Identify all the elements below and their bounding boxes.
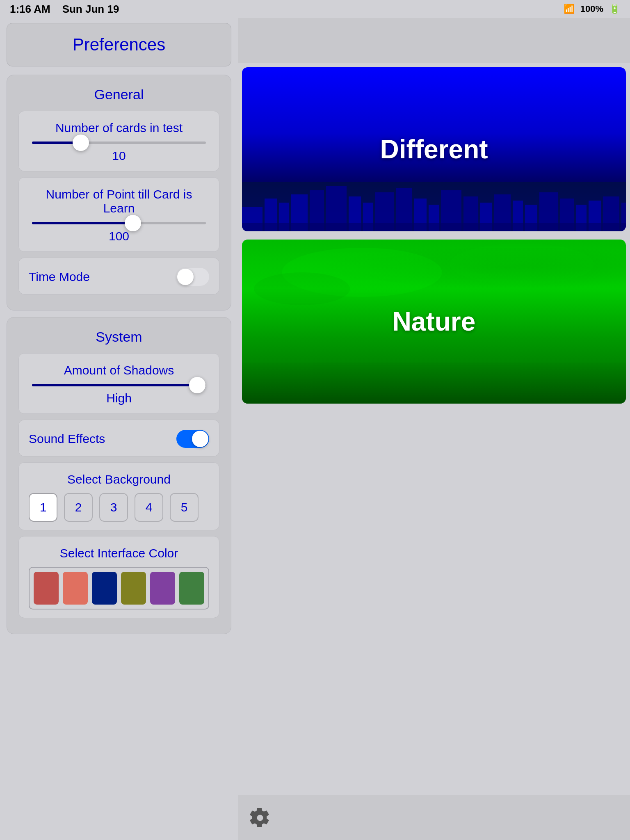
gear-icon — [249, 807, 271, 829]
system-section-title: System — [18, 329, 219, 345]
sound-effects-toggle[interactable] — [176, 430, 209, 448]
color-swatch-2[interactable] — [63, 572, 88, 605]
color-swatch-3[interactable] — [92, 572, 117, 605]
amount-shadows-slider[interactable] — [29, 384, 209, 386]
bg-btn-2[interactable]: 2 — [64, 493, 93, 522]
points-to-learn-label: Number of Point till Card is Learn — [29, 187, 209, 215]
points-to-learn-value: 100 — [29, 229, 209, 243]
points-to-learn-track — [32, 222, 206, 224]
sound-effects-card: Sound Effects — [18, 420, 219, 457]
card-nature[interactable]: Nature — [242, 240, 626, 404]
time-mode-toggle[interactable] — [176, 268, 209, 286]
right-panel: Different Nature — [238, 18, 630, 840]
points-to-learn-card: Number of Point till Card is Learn 100 — [18, 177, 219, 252]
card-nature-bg: Nature — [242, 240, 626, 404]
cards-in-test-value: 10 — [29, 149, 209, 163]
amount-shadows-fill — [32, 384, 197, 386]
battery-label: 100% — [580, 4, 603, 14]
general-section: General Number of cards in test 10 Numbe… — [7, 75, 231, 310]
color-swatch-4[interactable] — [121, 572, 146, 605]
battery-icon: 🔋 — [609, 4, 620, 14]
sound-effects-label: Sound Effects — [29, 432, 105, 446]
settings-scroll[interactable]: General Number of cards in test 10 Numbe… — [0, 71, 238, 840]
bg-btn-5[interactable]: 5 — [170, 493, 199, 522]
status-right: 📶 100% 🔋 — [564, 4, 620, 14]
card-different-label: Different — [380, 134, 488, 164]
general-section-title: General — [18, 87, 219, 103]
card-nature-label: Nature — [393, 306, 476, 337]
select-background-card: Select Background 1 2 3 4 5 — [18, 462, 219, 530]
points-to-learn-slider[interactable] — [29, 222, 209, 224]
select-color-label: Select Interface Color — [29, 546, 209, 560]
color-swatch-row — [29, 567, 209, 609]
bg-btn-1[interactable]: 1 — [29, 493, 57, 522]
preferences-header: Preferences — [7, 23, 231, 66]
time-mode-card: Time Mode — [18, 258, 219, 294]
cards-in-test-card: Number of cards in test 10 — [18, 111, 219, 171]
points-to-learn-thumb[interactable] — [125, 215, 141, 231]
points-to-learn-fill — [32, 222, 133, 224]
wifi-icon: 📶 — [564, 4, 575, 14]
amount-shadows-card: Amount of Shadows High — [18, 353, 219, 414]
sound-effects-toggle-thumb — [192, 431, 208, 447]
select-color-card: Select Interface Color — [18, 536, 219, 618]
svg-rect-25 — [242, 223, 626, 231]
right-cards: Different Nature — [238, 63, 630, 431]
gear-button[interactable] — [248, 806, 272, 830]
svg-point-28 — [254, 272, 350, 305]
cards-in-test-track — [32, 142, 206, 144]
card-different[interactable]: Different — [242, 67, 626, 231]
time-mode-row: Time Mode — [29, 268, 209, 286]
color-swatch-5[interactable] — [150, 572, 175, 605]
right-top-bar — [238, 18, 630, 63]
preferences-title: Preferences — [18, 35, 219, 55]
card-different-bg: Different — [242, 67, 626, 231]
svg-rect-29 — [242, 363, 626, 404]
status-bar: 1:16 AM Sun Jun 19 📶 100% 🔋 — [0, 0, 630, 18]
right-spacer — [238, 431, 630, 795]
color-swatch-6[interactable] — [179, 572, 204, 605]
system-section: System Amount of Shadows High So — [7, 317, 231, 634]
right-bottom-bar — [238, 795, 630, 840]
background-number-row: 1 2 3 4 5 — [29, 493, 209, 522]
status-time: 1:16 AM Sun Jun 19 — [10, 3, 119, 16]
cards-in-test-thumb[interactable] — [73, 135, 89, 151]
cards-in-test-label: Number of cards in test — [29, 121, 209, 135]
city-silhouette-icon — [242, 182, 626, 231]
amount-shadows-label: Amount of Shadows — [29, 363, 209, 377]
amount-shadows-thumb[interactable] — [189, 377, 205, 393]
time-mode-label: Time Mode — [29, 270, 90, 284]
bg-btn-4[interactable]: 4 — [135, 493, 163, 522]
left-panel: Preferences General Number of cards in t… — [0, 18, 238, 840]
bg-btn-3[interactable]: 3 — [99, 493, 128, 522]
main-layout: Preferences General Number of cards in t… — [0, 18, 630, 840]
color-swatch-1[interactable] — [34, 572, 59, 605]
select-background-label: Select Background — [29, 472, 209, 486]
amount-shadows-track — [32, 384, 206, 386]
time-mode-toggle-thumb — [177, 269, 194, 285]
amount-shadows-value: High — [29, 391, 209, 405]
svg-point-27 — [450, 244, 594, 285]
sound-effects-row: Sound Effects — [29, 430, 209, 448]
cards-in-test-slider[interactable] — [29, 142, 209, 144]
